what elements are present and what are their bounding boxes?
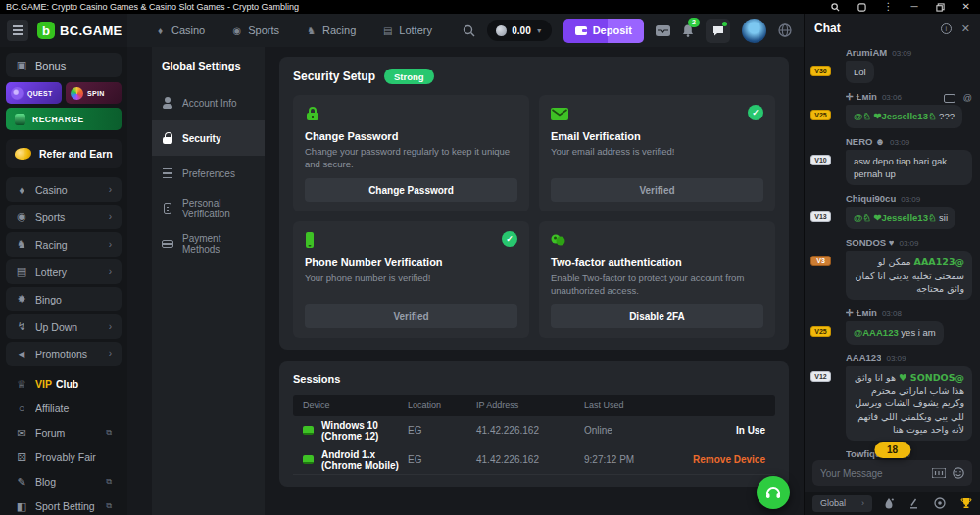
chat-messages: V36 ArumiAM 03:09 Lol @ xyxy=(805,43,980,460)
notifications-button[interactable]: 2 xyxy=(682,24,694,37)
phone-verification-card: ✓ Phone Number Verification Your phone n… xyxy=(293,221,529,338)
deposit-button[interactable]: Deposit xyxy=(564,19,644,43)
email-verified-button[interactable]: Verified xyxy=(551,178,763,202)
chat-toggle-button[interactable] xyxy=(706,19,730,43)
emoji-icon[interactable] xyxy=(953,467,964,479)
mention-link[interactable]: @♘ ❤Jesselle13♘ xyxy=(854,212,936,223)
sidebar-item[interactable]: ▤ Lottery › xyxy=(6,259,122,284)
tip-icon[interactable] xyxy=(944,94,956,103)
sidebar-item[interactable]: ◉ Sports › xyxy=(6,205,122,229)
search-icon[interactable] xyxy=(463,24,475,37)
rain-icon[interactable] xyxy=(884,497,894,509)
minimize-icon[interactable]: ─ xyxy=(911,2,918,13)
sidebar-item[interactable]: ✸ Bingo xyxy=(6,287,122,311)
message-time: 03:09 xyxy=(890,138,909,147)
sidebar-footer-item[interactable]: ◧ Sport Betting Insig... ⧉ xyxy=(6,494,122,515)
sidebar-footer-item[interactable]: ✉ Forum ⧉ xyxy=(6,421,122,445)
level-badge: V25 xyxy=(810,110,831,120)
sidebar-item[interactable]: ◄ Promotions › xyxy=(6,342,122,366)
settings-item-icon xyxy=(162,97,173,109)
phone-verified-button[interactable]: Verified xyxy=(305,304,517,328)
chat-info-icon[interactable]: i xyxy=(941,23,952,34)
settings-menu-item[interactable]: Security xyxy=(152,120,265,156)
username[interactable]: SONDOS ♥ xyxy=(846,237,894,248)
column-last-used: Last Used xyxy=(584,400,672,410)
sidebar-toggle-button[interactable] xyxy=(7,20,28,41)
sidebar-item[interactable]: ↯ Up Down › xyxy=(6,314,122,339)
gif-icon[interactable] xyxy=(932,468,946,478)
browser-extension-icon[interactable] xyxy=(778,23,792,37)
spin-button[interactable]: SPIN xyxy=(66,82,122,104)
mention-link[interactable]: @SONDOS ♥ xyxy=(899,372,964,383)
message-time: 03:09 xyxy=(886,354,906,363)
chevron-right-icon: › xyxy=(109,349,112,359)
username[interactable]: Chiqui90cu xyxy=(846,193,896,204)
message-input[interactable] xyxy=(820,468,925,479)
top-nav-item[interactable]: ◉ Sports xyxy=(231,24,279,36)
message-text: Lol xyxy=(854,67,866,77)
username[interactable]: AAA123 xyxy=(846,352,881,363)
settings-item-icon xyxy=(162,132,173,144)
find-icon[interactable] xyxy=(831,2,840,13)
settings-item-label: Preferences xyxy=(182,168,235,179)
coin-icon xyxy=(496,25,507,36)
chat-room-selector[interactable]: Global › xyxy=(812,495,872,512)
settings-menu-item[interactable]: Payment Methods xyxy=(152,226,265,261)
chat-close-icon[interactable]: ✕ xyxy=(961,23,970,35)
mention-icon[interactable]: @ xyxy=(963,93,972,103)
support-button[interactable] xyxy=(757,476,790,509)
new-messages-pill[interactable]: 18 xyxy=(874,442,910,458)
device-icon xyxy=(303,455,314,464)
top-nav-item[interactable]: ▤ Lottery xyxy=(382,24,432,36)
maximize-icon[interactable] xyxy=(936,2,945,13)
device-name: Windows 10 (Chrome 12) xyxy=(321,420,408,442)
level-badge: V13 xyxy=(810,211,831,222)
coin-drop-icon[interactable] xyxy=(934,497,946,509)
brand-logo[interactable]: b BC.GAME xyxy=(37,22,122,39)
username[interactable]: NERO ☻ xyxy=(846,136,885,147)
session-action[interactable]: Remove Device xyxy=(672,454,765,465)
trophy-icon[interactable] xyxy=(960,497,972,509)
username[interactable]: ✛ Ɫмin xyxy=(846,307,877,318)
inbox-icon[interactable] xyxy=(656,25,670,36)
top-nav-item[interactable]: ♦ Casino xyxy=(155,24,205,36)
security-setup-title: Security Setup xyxy=(293,70,375,83)
chat-rules-icon[interactable] xyxy=(908,498,919,509)
mention-link[interactable]: @♘ ❤Jesselle13♘ xyxy=(854,111,936,121)
balance-value: 0.00 xyxy=(512,25,530,36)
sidebar-footer-item[interactable]: ⚄ Provably Fair xyxy=(6,445,122,469)
sidebar-item[interactable]: ♞ Racing › xyxy=(6,232,122,257)
settings-menu-item[interactable]: Personal Verification xyxy=(152,191,265,226)
change-password-button[interactable]: Change Password xyxy=(305,178,517,202)
mention-link[interactable]: @AAA123 xyxy=(854,327,899,338)
nav-item-icon: ▤ xyxy=(382,25,393,36)
session-action[interactable]: In Use xyxy=(672,425,765,436)
mention-link[interactable]: @AAA123 xyxy=(914,257,964,267)
recharge-button[interactable]: RECHARGE xyxy=(6,108,122,130)
menu-dots-icon[interactable]: ⋮ xyxy=(884,2,894,13)
username[interactable]: ✛ Ɫмin xyxy=(846,91,877,102)
disable-2fa-button[interactable]: Disable 2FA xyxy=(551,304,763,328)
settings-menu-item[interactable]: Account Info xyxy=(152,85,265,120)
top-nav-item[interactable]: ♞ Racing xyxy=(306,24,356,36)
close-window-icon[interactable]: ✕ xyxy=(962,2,970,13)
balance-selector[interactable]: 0.00 ▼ xyxy=(487,20,551,41)
sidebar-footer-item[interactable]: ○ Affiliate xyxy=(6,397,122,420)
refer-and-earn-button[interactable]: Refer and Earn xyxy=(6,139,122,168)
username[interactable]: ArumiAM xyxy=(846,47,887,58)
headset-icon xyxy=(765,486,781,500)
sidebar-item-icon: ○ xyxy=(16,402,27,414)
sidebar-footer-item[interactable]: ✎ Blog ⧉ xyxy=(6,470,122,493)
sidebar-item[interactable]: ♦ Casino › xyxy=(6,177,122,202)
sidebar-item-bonus[interactable]: ▣ Bonus xyxy=(6,53,122,77)
recharge-label: RECHARGE xyxy=(32,115,84,124)
user-avatar[interactable] xyxy=(742,19,766,43)
sidebar-item-icon: ◉ xyxy=(16,211,27,223)
quest-button[interactable]: QUEST xyxy=(6,82,62,104)
message-bubble: @AAA123 yes i am xyxy=(846,321,944,344)
extension-icon[interactable] xyxy=(858,2,866,13)
sidebar-item-icon: ⚄ xyxy=(16,451,27,464)
sidebar-footer-item[interactable]: ♕ VIP Club xyxy=(6,372,122,396)
settings-menu-item[interactable]: Preferences xyxy=(152,156,265,191)
settings-item-icon xyxy=(162,203,173,214)
